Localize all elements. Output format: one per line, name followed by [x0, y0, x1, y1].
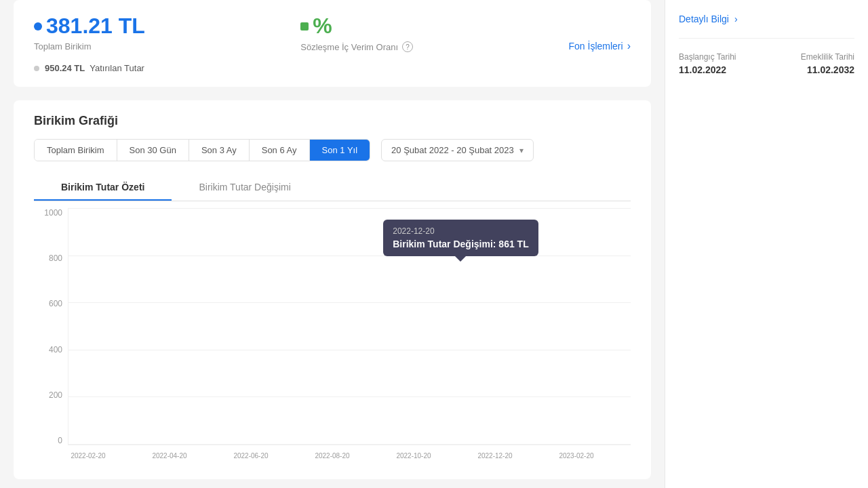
amount-dot [34, 22, 42, 30]
yield-value: % [300, 14, 332, 39]
tab-son-30-gun[interactable]: Son 30 Gün [117, 140, 189, 161]
y-label-800: 800 [49, 253, 62, 263]
x-label-3: 2022-06-20 [210, 452, 292, 460]
chart-inner: 2022-12-20 Birikim Tutar Değişimi: 861 T… [68, 208, 631, 445]
amount-value: 381.21 TL [34, 14, 145, 39]
tab-son-3-ay[interactable]: Son 3 Ay [189, 140, 250, 161]
help-icon[interactable]: ? [402, 41, 413, 52]
x-label-1: 2022-02-20 [47, 452, 129, 460]
bar-chart: 1000 800 600 400 200 0 [34, 208, 631, 466]
amount-label: Toplam Birikim [34, 41, 145, 52]
chart-tab-ozet[interactable]: Birikim Tutar Özeti [34, 175, 172, 201]
y-label-0: 0 [58, 436, 62, 445]
sidebar-tarih-row: Başlangıç Tarihi 11.02.2022 Emeklilik Ta… [679, 52, 854, 89]
emeklilik-value: 11.02.2032 [771, 64, 855, 75]
dropdown-arrow-icon: ▾ [519, 146, 524, 155]
tarih-grid: Başlangıç Tarihi 11.02.2022 Emeklilik Ta… [679, 52, 854, 75]
filter-row: Toplam Birikim Son 30 Gün Son 3 Ay Son 6… [34, 139, 631, 161]
baslangic-value: 11.02.2022 [679, 64, 763, 75]
date-range-dropdown[interactable]: 20 Şubat 2022 - 20 Şubat 2023 ▾ [381, 139, 534, 161]
tab-son-1-yil[interactable]: Son 1 Yıl [310, 140, 370, 161]
filter-tabs: Toplam Birikim Son 30 Gün Son 3 Ay Son 6… [34, 139, 370, 161]
yield-number: % [313, 14, 332, 39]
date-range-text: 20 Şubat 2022 - 20 Şubat 2023 [391, 145, 514, 155]
baslangic-tarih-item: Başlangıç Tarihi 11.02.2022 [679, 52, 763, 75]
y-axis: 1000 800 600 400 200 0 [34, 208, 68, 445]
yatirilan-dot [34, 66, 39, 71]
detayli-bilgi-label: Detaylı Bilgi [679, 14, 729, 24]
tab-son-6-ay[interactable]: Son 6 Ay [250, 140, 310, 161]
x-label-5: 2022-10-20 [373, 452, 454, 460]
fon-islemleri-label: Fon İşlemleri [569, 41, 623, 52]
y-label-600: 600 [49, 299, 62, 308]
fon-islemleri-button[interactable]: Fon İşlemleri › [569, 40, 631, 52]
chart-tabs: Birikim Tutar Özeti Birikim Tutar Değişi… [34, 175, 631, 201]
amount-section: 381.21 TL Toplam Birikim [34, 14, 145, 52]
yatirilan-amount: 950.24 TL [45, 63, 85, 73]
bars-wrapper [68, 208, 631, 445]
sidebar-detayli-row: Detaylı Bilgi › [679, 14, 854, 39]
yield-label-row: Sözleşme İç Verim Oranı ? [300, 41, 413, 52]
y-label-200: 200 [49, 390, 62, 400]
x-label-7: 2023-02-20 [536, 452, 617, 460]
yatirilan-text: 950.24 TL Yatırılan Tutar [45, 63, 144, 73]
baslangic-label: Başlangıç Tarihi [679, 52, 763, 62]
emeklilik-label: Emeklilik Tarihi [771, 52, 855, 62]
detayli-bilgi-button[interactable]: Detaylı Bilgi › [679, 14, 738, 24]
top-card: 381.21 TL Toplam Birikim % Sözleşme İç V… [14, 0, 651, 87]
right-sidebar: Detaylı Bilgi › Başlangıç Tarihi 11.02.2… [665, 0, 868, 488]
x-label-6: 2022-12-20 [454, 452, 536, 460]
grafik-title: Birikim Grafiği [34, 114, 631, 128]
tab-toplam-birikim[interactable]: Toplam Birikim [35, 140, 117, 161]
chart-tab-degisim[interactable]: Birikim Tutar Değişimi [172, 175, 317, 201]
yatirilan-row: 950.24 TL Yatırılan Tutar [34, 63, 631, 73]
detayli-arrow-icon: › [734, 14, 738, 24]
x-labels: 2022-02-20 2022-04-20 2022-06-20 2022-08… [34, 445, 631, 466]
y-label-400: 400 [49, 345, 62, 354]
yield-label: Sözleşme İç Verim Oranı [300, 42, 398, 52]
fon-arrow-icon: › [627, 40, 631, 52]
emeklilik-tarih-item: Emeklilik Tarihi 11.02.2032 [771, 52, 855, 75]
y-label-1000: 1000 [44, 208, 62, 218]
x-label-2: 2022-04-20 [129, 452, 210, 460]
grafik-section: Birikim Grafiği Toplam Birikim Son 30 Gü… [14, 100, 651, 479]
amount-number: 381.21 TL [46, 14, 145, 39]
yield-section: % Sözleşme İç Verim Oranı ? [300, 14, 413, 52]
x-label-4: 2022-08-20 [292, 452, 373, 460]
yield-dot [300, 22, 309, 30]
yatirilan-label: Yatırılan Tutar [90, 63, 144, 73]
